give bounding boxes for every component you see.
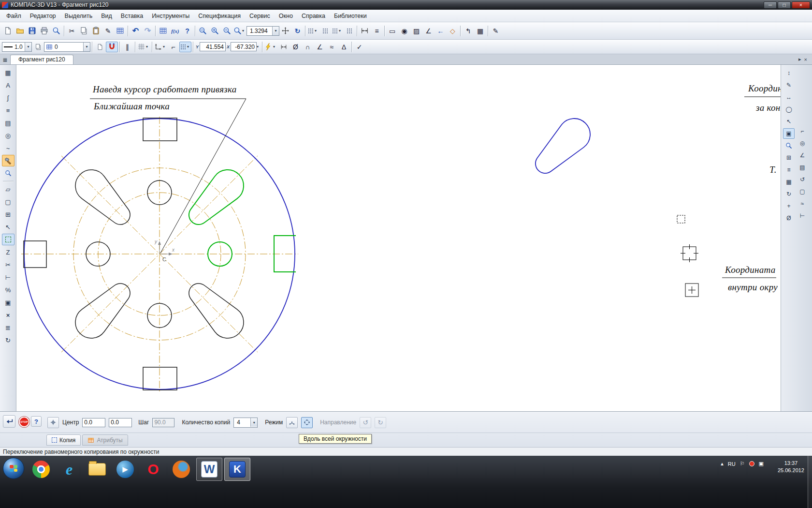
- right-tool-icon-2[interactable]: ✎: [783, 80, 795, 90]
- parallel-button[interactable]: ∥: [121, 42, 133, 52]
- create-object-button[interactable]: [3, 415, 15, 428]
- hatch-button[interactable]: ▨: [410, 25, 422, 37]
- coord-y-input[interactable]: [200, 42, 226, 51]
- snap-grid-button-1[interactable]: ▾: [307, 25, 319, 37]
- left-tool-trim-icon[interactable]: ⊢: [2, 271, 14, 283]
- copy-style-button[interactable]: [94, 42, 106, 52]
- dimension-button[interactable]: [359, 25, 371, 37]
- right-tool-icon-10[interactable]: ↻: [783, 189, 795, 199]
- angle-dim-button[interactable]: ∠: [314, 42, 326, 52]
- tab-attributes[interactable]: Атрибуты: [82, 434, 128, 446]
- left-tool-list-icon[interactable]: ≡: [2, 105, 14, 116]
- snap-grid-button-4[interactable]: [343, 25, 355, 37]
- copy-properties-button[interactable]: ✎: [102, 25, 114, 37]
- undo-button[interactable]: ↶: [130, 25, 142, 37]
- notch-top[interactable]: [143, 118, 177, 141]
- tray-monitor-icon[interactable]: ▣: [759, 461, 764, 467]
- copy-button[interactable]: [78, 25, 90, 37]
- direction-cw-button[interactable]: ↻: [375, 417, 386, 428]
- left-tool-selection-icon[interactable]: [2, 234, 14, 245]
- tray-update-icon[interactable]: [749, 461, 754, 466]
- right-tool-icon-6[interactable]: ▣: [783, 128, 795, 139]
- left-tool-zigzag-icon[interactable]: Z: [2, 246, 14, 258]
- center-y-input[interactable]: [109, 418, 132, 427]
- dimension-list-button[interactable]: ≡: [371, 25, 383, 37]
- left-tool-edit-icon[interactable]: [2, 155, 14, 166]
- left-tool-image-icon[interactable]: ▤: [2, 117, 14, 129]
- step-input[interactable]: [152, 418, 174, 427]
- dropdown-icon[interactable]: ▾: [25, 43, 31, 51]
- fx-button[interactable]: f(x): [169, 25, 181, 37]
- note-t[interactable]: Т.: [769, 164, 777, 175]
- save-document-button[interactable]: [26, 25, 38, 37]
- left-tool-spline-icon[interactable]: ∫: [2, 92, 14, 104]
- drawing-canvas[interactable]: y x С Наведя курсор сработает привязка Б…: [16, 65, 781, 411]
- chamfer-button[interactable]: ∆: [338, 42, 350, 52]
- language-indicator[interactable]: RU: [728, 461, 736, 467]
- left-tool-arc-icon[interactable]: ↻: [2, 334, 14, 346]
- snap-grid-button-2[interactable]: [319, 25, 331, 37]
- minimize-button[interactable]: ─: [764, 1, 777, 9]
- taskbar-kompas-button[interactable]: K: [224, 458, 250, 481]
- zoom-out-button[interactable]: [221, 25, 233, 37]
- right-tool-zoom-icon[interactable]: [783, 140, 795, 151]
- right-tool-icon-19[interactable]: ≈: [797, 198, 808, 209]
- copies-input[interactable]: [235, 418, 249, 427]
- left-tool-measure-icon[interactable]: [2, 167, 14, 179]
- taskbar-media-player-button[interactable]: ▶: [112, 458, 138, 481]
- notch-bottom[interactable]: [143, 367, 177, 390]
- zoom-combo[interactable]: ▾: [246, 26, 279, 36]
- right-tool-icon-15[interactable]: ∠: [797, 150, 808, 161]
- mode-along-line-button[interactable]: [286, 417, 298, 428]
- right-tool-icon-8[interactable]: ≡: [783, 164, 795, 175]
- menu-item-file[interactable]: Файл: [2, 11, 26, 21]
- right-tool-icon-4[interactable]: ◯: [783, 104, 795, 115]
- right-tool-icon-20[interactable]: ⊢: [797, 210, 808, 221]
- center-x-input[interactable]: [82, 418, 105, 427]
- menu-item-service[interactable]: Сервис: [245, 11, 275, 21]
- redo-button[interactable]: ↷: [142, 25, 154, 37]
- arrow-mode-button[interactable]: ←: [435, 25, 447, 37]
- auto-dimension-button[interactable]: [277, 42, 290, 52]
- new-document-button[interactable]: [2, 25, 14, 37]
- open-document-button[interactable]: [14, 25, 26, 37]
- tray-expand-button[interactable]: ▴: [721, 461, 724, 467]
- ortho-diamond-button[interactable]: ◇: [447, 25, 459, 37]
- right-tool-icon-13[interactable]: ⌐: [797, 126, 808, 136]
- dropdown-icon[interactable]: ▾: [272, 27, 279, 35]
- right-tool-icon-7[interactable]: ⊞: [783, 152, 795, 163]
- left-tool-cut-icon[interactable]: ✂: [2, 259, 14, 270]
- help-button[interactable]: ?: [31, 416, 42, 427]
- print-button[interactable]: [38, 25, 50, 37]
- note-right-top-2[interactable]: за конт: [756, 103, 781, 113]
- right-tool-icon-9[interactable]: ▦: [783, 177, 795, 187]
- copies-combo[interactable]: ▾: [233, 418, 258, 428]
- right-tool-icon-16[interactable]: ▤: [797, 162, 808, 173]
- left-tool-text-icon[interactable]: A: [2, 79, 14, 91]
- close-button[interactable]: ×: [792, 1, 810, 9]
- menu-item-window[interactable]: Окно: [275, 11, 297, 21]
- note-right-top-1[interactable]: Координ: [748, 83, 781, 94]
- right-tool-icon-11[interactable]: +: [783, 201, 795, 211]
- angle-button[interactable]: ∠: [422, 25, 435, 37]
- viewport-button[interactable]: ▭: [386, 25, 398, 37]
- roughness-button[interactable]: ✓: [353, 42, 365, 52]
- coord-x-input[interactable]: [231, 42, 257, 51]
- cut-button[interactable]: ✂: [66, 25, 78, 37]
- taskbar-chrome-button[interactable]: [28, 458, 54, 481]
- wave-button[interactable]: ≈: [326, 42, 338, 52]
- menu-item-help[interactable]: Справка: [297, 11, 330, 21]
- left-tool-box-icon[interactable]: ▢: [2, 196, 14, 208]
- direction-ccw-button[interactable]: ↺: [360, 417, 371, 428]
- left-tool-cursor-icon[interactable]: ↖: [2, 221, 14, 233]
- zoom-input[interactable]: [248, 27, 272, 35]
- grid-toggle-button[interactable]: ▾: [137, 42, 150, 52]
- paste-button[interactable]: [90, 25, 102, 37]
- ortho-button[interactable]: ⌐: [167, 42, 179, 52]
- right-tool-icon-14[interactable]: ◎: [797, 138, 808, 149]
- right-tool-icon-12[interactable]: Ø: [783, 213, 795, 224]
- magnet-button[interactable]: [106, 42, 118, 52]
- tab-scroll-button[interactable]: ▸: [798, 56, 801, 62]
- right-tool-icon-1[interactable]: ↕: [783, 68, 795, 78]
- maximize-button[interactable]: □: [778, 1, 791, 9]
